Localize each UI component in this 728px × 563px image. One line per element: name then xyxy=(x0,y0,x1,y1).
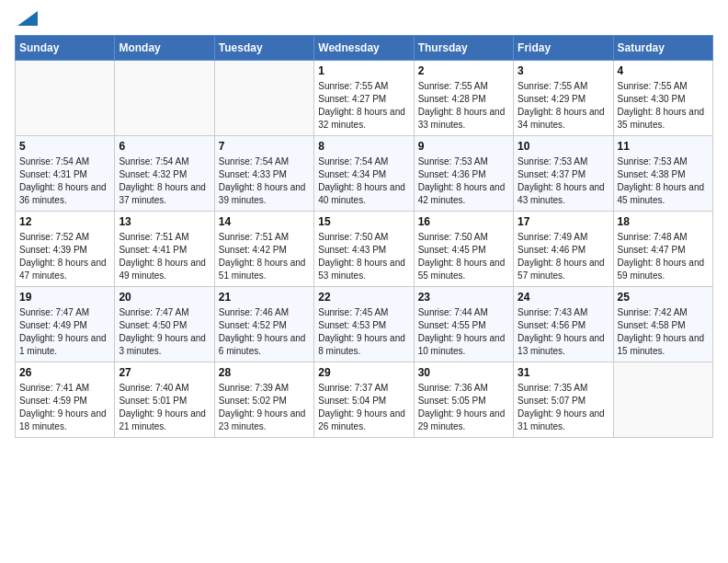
calendar-cell: 27Sunrise: 7:40 AM Sunset: 5:01 PM Dayli… xyxy=(115,362,214,438)
day-number: 28 xyxy=(219,366,310,379)
day-number: 1 xyxy=(318,64,409,77)
day-info: Sunrise: 7:36 AM Sunset: 5:05 PM Dayligh… xyxy=(418,382,509,433)
calendar-cell: 1Sunrise: 7:55 AM Sunset: 4:27 PM Daylig… xyxy=(314,61,414,136)
calendar-cell: 29Sunrise: 7:37 AM Sunset: 5:04 PM Dayli… xyxy=(314,362,414,438)
calendar-cell: 22Sunrise: 7:45 AM Sunset: 4:53 PM Dayli… xyxy=(314,287,414,362)
weekday-header: Monday xyxy=(115,36,214,61)
day-info: Sunrise: 7:53 AM Sunset: 4:38 PM Dayligh… xyxy=(618,155,709,207)
day-number: 7 xyxy=(219,140,310,153)
day-info: Sunrise: 7:47 AM Sunset: 4:50 PM Dayligh… xyxy=(119,306,210,358)
day-info: Sunrise: 7:44 AM Sunset: 4:55 PM Dayligh… xyxy=(418,306,509,358)
calendar-cell: 4Sunrise: 7:55 AM Sunset: 4:30 PM Daylig… xyxy=(613,61,712,136)
calendar-cell: 21Sunrise: 7:46 AM Sunset: 4:52 PM Dayli… xyxy=(214,287,313,362)
day-number: 3 xyxy=(518,64,609,77)
calendar-week-row: 26Sunrise: 7:41 AM Sunset: 4:59 PM Dayli… xyxy=(16,362,713,438)
logo-icon xyxy=(17,11,38,26)
calendar-cell: 3Sunrise: 7:55 AM Sunset: 4:29 PM Daylig… xyxy=(514,61,613,136)
day-number: 24 xyxy=(518,291,609,304)
day-info: Sunrise: 7:55 AM Sunset: 4:27 PM Dayligh… xyxy=(318,80,409,132)
day-info: Sunrise: 7:54 AM Sunset: 4:33 PM Dayligh… xyxy=(219,155,310,207)
day-info: Sunrise: 7:55 AM Sunset: 4:29 PM Dayligh… xyxy=(518,80,609,132)
day-info: Sunrise: 7:35 AM Sunset: 5:07 PM Dayligh… xyxy=(518,382,609,433)
day-info: Sunrise: 7:46 AM Sunset: 4:52 PM Dayligh… xyxy=(219,306,310,358)
day-number: 4 xyxy=(618,64,709,77)
day-number: 11 xyxy=(618,140,709,153)
calendar-week-row: 19Sunrise: 7:47 AM Sunset: 4:49 PM Dayli… xyxy=(16,287,713,362)
calendar-cell xyxy=(613,362,712,438)
calendar-cell: 7Sunrise: 7:54 AM Sunset: 4:33 PM Daylig… xyxy=(214,136,313,212)
day-info: Sunrise: 7:50 AM Sunset: 4:45 PM Dayligh… xyxy=(418,231,509,282)
calendar-cell: 17Sunrise: 7:49 AM Sunset: 4:46 PM Dayli… xyxy=(514,212,613,287)
calendar-cell xyxy=(16,61,115,136)
day-number: 5 xyxy=(19,140,110,153)
day-number: 13 xyxy=(119,215,210,228)
calendar-cell xyxy=(115,61,214,136)
day-info: Sunrise: 7:53 AM Sunset: 4:37 PM Dayligh… xyxy=(518,155,609,207)
day-number: 17 xyxy=(518,215,609,228)
calendar-week-row: 5Sunrise: 7:54 AM Sunset: 4:31 PM Daylig… xyxy=(16,136,713,212)
day-number: 31 xyxy=(518,366,609,379)
day-info: Sunrise: 7:47 AM Sunset: 4:49 PM Dayligh… xyxy=(19,306,110,358)
day-number: 15 xyxy=(318,215,409,228)
calendar-cell: 24Sunrise: 7:43 AM Sunset: 4:56 PM Dayli… xyxy=(514,287,613,362)
day-info: Sunrise: 7:53 AM Sunset: 4:36 PM Dayligh… xyxy=(418,155,509,207)
day-info: Sunrise: 7:37 AM Sunset: 5:04 PM Dayligh… xyxy=(318,382,409,433)
day-info: Sunrise: 7:51 AM Sunset: 4:42 PM Dayligh… xyxy=(219,231,310,282)
day-number: 16 xyxy=(418,215,509,228)
day-info: Sunrise: 7:54 AM Sunset: 4:32 PM Dayligh… xyxy=(119,155,210,207)
day-number: 2 xyxy=(418,64,509,77)
day-number: 20 xyxy=(119,291,210,304)
day-number: 22 xyxy=(318,291,409,304)
day-info: Sunrise: 7:40 AM Sunset: 5:01 PM Dayligh… xyxy=(119,382,210,433)
day-number: 25 xyxy=(618,291,709,304)
calendar-cell: 13Sunrise: 7:51 AM Sunset: 4:41 PM Dayli… xyxy=(115,212,214,287)
calendar-cell: 26Sunrise: 7:41 AM Sunset: 4:59 PM Dayli… xyxy=(16,362,115,438)
weekday-header: Tuesday xyxy=(214,36,313,61)
calendar-cell: 5Sunrise: 7:54 AM Sunset: 4:31 PM Daylig… xyxy=(16,136,115,212)
calendar-header-row: SundayMondayTuesdayWednesdayThursdayFrid… xyxy=(16,36,713,61)
day-number: 12 xyxy=(19,215,110,228)
day-info: Sunrise: 7:48 AM Sunset: 4:47 PM Dayligh… xyxy=(618,231,709,282)
calendar-table: SundayMondayTuesdayWednesdayThursdayFrid… xyxy=(15,35,713,438)
calendar-cell: 14Sunrise: 7:51 AM Sunset: 4:42 PM Dayli… xyxy=(214,212,313,287)
calendar-cell: 25Sunrise: 7:42 AM Sunset: 4:58 PM Dayli… xyxy=(613,287,712,362)
day-number: 6 xyxy=(119,140,210,153)
calendar-cell: 16Sunrise: 7:50 AM Sunset: 4:45 PM Dayli… xyxy=(414,212,513,287)
day-info: Sunrise: 7:55 AM Sunset: 4:28 PM Dayligh… xyxy=(418,80,509,132)
calendar-cell: 9Sunrise: 7:53 AM Sunset: 4:36 PM Daylig… xyxy=(414,136,513,212)
page-header xyxy=(15,15,713,26)
calendar-cell: 6Sunrise: 7:54 AM Sunset: 4:32 PM Daylig… xyxy=(115,136,214,212)
calendar-cell: 2Sunrise: 7:55 AM Sunset: 4:28 PM Daylig… xyxy=(414,61,513,136)
svg-marker-0 xyxy=(17,11,38,26)
calendar-week-row: 12Sunrise: 7:52 AM Sunset: 4:39 PM Dayli… xyxy=(16,212,713,287)
weekday-header: Thursday xyxy=(414,36,513,61)
day-info: Sunrise: 7:52 AM Sunset: 4:39 PM Dayligh… xyxy=(19,231,110,282)
day-number: 29 xyxy=(318,366,409,379)
day-info: Sunrise: 7:41 AM Sunset: 4:59 PM Dayligh… xyxy=(19,382,110,433)
day-number: 19 xyxy=(19,291,110,304)
calendar-week-row: 1Sunrise: 7:55 AM Sunset: 4:27 PM Daylig… xyxy=(16,61,713,136)
day-info: Sunrise: 7:42 AM Sunset: 4:58 PM Dayligh… xyxy=(618,306,709,358)
weekday-header: Sunday xyxy=(16,36,115,61)
calendar-cell: 12Sunrise: 7:52 AM Sunset: 4:39 PM Dayli… xyxy=(16,212,115,287)
day-number: 21 xyxy=(219,291,310,304)
day-number: 14 xyxy=(219,215,310,228)
day-number: 23 xyxy=(418,291,509,304)
day-number: 27 xyxy=(119,366,210,379)
day-number: 18 xyxy=(618,215,709,228)
calendar-cell: 19Sunrise: 7:47 AM Sunset: 4:49 PM Dayli… xyxy=(16,287,115,362)
calendar-cell: 11Sunrise: 7:53 AM Sunset: 4:38 PM Dayli… xyxy=(613,136,712,212)
weekday-header: Wednesday xyxy=(314,36,414,61)
day-info: Sunrise: 7:49 AM Sunset: 4:46 PM Dayligh… xyxy=(518,231,609,282)
day-number: 8 xyxy=(318,140,409,153)
calendar-cell: 30Sunrise: 7:36 AM Sunset: 5:05 PM Dayli… xyxy=(414,362,513,438)
calendar-cell: 15Sunrise: 7:50 AM Sunset: 4:43 PM Dayli… xyxy=(314,212,414,287)
calendar-cell: 20Sunrise: 7:47 AM Sunset: 4:50 PM Dayli… xyxy=(115,287,214,362)
day-info: Sunrise: 7:54 AM Sunset: 4:31 PM Dayligh… xyxy=(19,155,110,207)
logo xyxy=(15,15,38,26)
day-info: Sunrise: 7:39 AM Sunset: 5:02 PM Dayligh… xyxy=(219,382,310,433)
calendar-cell: 18Sunrise: 7:48 AM Sunset: 4:47 PM Dayli… xyxy=(613,212,712,287)
day-info: Sunrise: 7:55 AM Sunset: 4:30 PM Dayligh… xyxy=(618,80,709,132)
day-number: 26 xyxy=(19,366,110,379)
day-number: 10 xyxy=(518,140,609,153)
